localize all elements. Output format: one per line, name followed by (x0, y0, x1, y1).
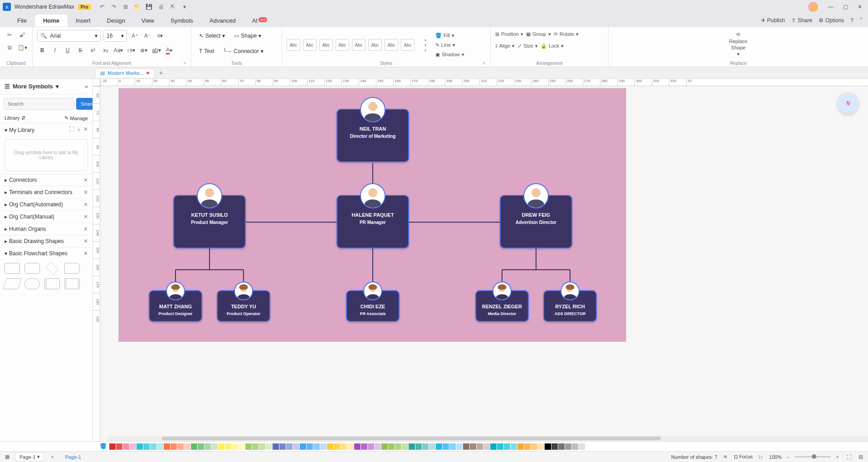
group-button[interactable]: ▦Group▾ (526, 30, 551, 38)
color-swatch[interactable] (341, 443, 347, 450)
minimize-icon[interactable]: — (825, 1, 836, 12)
color-swatch[interactable] (545, 443, 551, 450)
qat-more-icon[interactable]: ▾ (181, 3, 188, 10)
lib-section-mylibrary[interactable]: ▾My Library ⛶＋✕ (0, 123, 93, 136)
org-node[interactable]: CHIDI EZE PR Associate (346, 290, 400, 322)
color-swatch[interactable] (225, 443, 231, 450)
color-swatch[interactable] (538, 443, 544, 450)
page-dropdown[interactable]: Page-1▾ (15, 452, 44, 461)
color-swatch[interactable] (313, 443, 320, 450)
lock-button[interactable]: 🔒Lock▾ (541, 42, 564, 50)
shape-rounded-rect[interactable] (24, 263, 40, 274)
gallery-more-icon[interactable]: ▾ (423, 48, 428, 53)
superscript-icon[interactable]: x² (88, 45, 98, 55)
org-node-root[interactable]: NEIL TRAN Director of Marketing (336, 109, 409, 162)
fill-button[interactable]: 🪣Fill▾ (435, 31, 464, 39)
font-launcher-icon[interactable]: ↘ (183, 60, 186, 65)
cut-icon[interactable]: ✂ (5, 30, 15, 40)
color-swatch[interactable] (531, 443, 537, 450)
open-icon[interactable]: 📁 (134, 3, 141, 10)
fit-page-icon[interactable]: ⛶ (845, 453, 853, 461)
add-page-icon[interactable]: ＋ (49, 453, 56, 461)
format-painter-icon[interactable]: 🖌 (17, 30, 27, 40)
align-button[interactable]: ⫴Align▾ (495, 42, 515, 50)
share-button[interactable]: ⇪Share (791, 17, 812, 24)
color-swatch[interactable] (368, 443, 374, 450)
font-family-select[interactable]: 🔍Arial▾ (37, 30, 101, 42)
shape-diamond[interactable] (46, 262, 59, 275)
color-swatch[interactable] (524, 443, 531, 450)
lib-section[interactable]: ▸Org Chart(Automated)✕ (0, 199, 93, 210)
color-swatch[interactable] (517, 443, 524, 450)
color-swatch[interactable] (239, 443, 245, 450)
color-swatch[interactable] (130, 443, 136, 450)
zoom-out-icon[interactable]: − (785, 453, 792, 461)
color-swatch[interactable] (273, 443, 279, 450)
menu-file[interactable]: File (9, 15, 35, 27)
org-node[interactable]: RENZEL ZIEGER Media Director (475, 290, 529, 322)
add-icon[interactable]: ＋ (76, 126, 82, 134)
lib-section[interactable]: ▸Connectors✕ (0, 174, 93, 186)
color-swatch[interactable] (388, 443, 395, 450)
color-swatch[interactable] (137, 443, 143, 450)
collapse-ribbon-icon[interactable]: ˄ (860, 17, 863, 24)
connector-tool[interactable]: ╰→Connector▾ (220, 45, 266, 57)
user-avatar[interactable] (808, 2, 818, 12)
search-input[interactable] (4, 98, 74, 110)
color-swatch[interactable] (232, 443, 238, 450)
bullets-icon[interactable]: ≣▾ (139, 45, 149, 55)
style-swatch[interactable]: Abc (303, 39, 317, 51)
color-swatch[interactable] (443, 443, 449, 450)
copy-icon[interactable]: ⧉ (5, 43, 15, 53)
color-swatch[interactable] (327, 443, 333, 450)
color-swatch[interactable] (334, 443, 340, 450)
focus-button[interactable]: ⊡ Focus (734, 454, 753, 460)
color-swatch[interactable] (191, 443, 197, 450)
add-tab-icon[interactable]: ＋ (158, 69, 164, 77)
color-swatch[interactable] (347, 443, 354, 450)
remove-icon[interactable]: ✕ (83, 126, 88, 134)
color-swatch[interactable] (395, 443, 401, 450)
color-swatch[interactable] (116, 443, 122, 450)
page-tab[interactable]: Page-1 (60, 453, 85, 461)
zoom-in-icon[interactable]: ＋ (834, 453, 841, 461)
scrollbar-horizontal[interactable] (107, 436, 868, 441)
replace-shape-button[interactable]: ⟲ Replace Shape ▾ (727, 30, 749, 59)
color-swatch[interactable] (402, 443, 408, 450)
color-swatch[interactable] (558, 443, 565, 450)
maximize-icon[interactable]: ▢ (840, 1, 851, 12)
position-button[interactable]: ⊞Position▾ (495, 30, 523, 38)
export-icon[interactable]: ⇱ (169, 3, 176, 10)
canvas[interactable]: NEIL TRAN Director of Marketing KETUT SU… (100, 86, 868, 441)
font-color-icon[interactable]: A▾ (164, 45, 174, 55)
color-swatch[interactable] (422, 443, 429, 450)
color-swatch[interactable] (436, 443, 442, 450)
color-swatch[interactable] (429, 443, 435, 450)
expand-icon[interactable]: ⛶ (69, 126, 74, 134)
remove-icon[interactable]: ✕ (83, 226, 88, 232)
gallery-up-icon[interactable]: ▴ (423, 37, 428, 42)
color-swatch[interactable] (354, 443, 361, 450)
style-swatch[interactable]: Abc (336, 39, 349, 51)
color-swatch[interactable] (565, 443, 571, 450)
bold-icon[interactable]: B (37, 45, 47, 55)
color-swatch[interactable] (415, 443, 422, 450)
publish-button[interactable]: ✈Publish (761, 17, 785, 24)
style-swatch[interactable]: Abc (385, 39, 398, 51)
color-swatch[interactable] (198, 443, 204, 450)
shape-parallelogram[interactable] (3, 278, 22, 289)
color-swatch[interactable] (211, 443, 218, 450)
undo-icon[interactable]: ↶ (98, 3, 106, 10)
lib-section[interactable]: ▸Org Chart(Manual)✕ (0, 211, 93, 223)
color-swatch[interactable] (504, 443, 510, 450)
style-swatch[interactable]: Abc (401, 39, 414, 51)
search-button[interactable]: Search (76, 98, 93, 110)
shape-document[interactable] (64, 263, 80, 274)
paste-icon[interactable]: 📋▾ (17, 43, 27, 53)
page-list-icon[interactable]: ▦ (4, 453, 11, 461)
case-icon[interactable]: Aa▾ (113, 45, 123, 55)
org-node[interactable]: HALENE PAQUET PR Manager (336, 195, 409, 248)
color-swatch[interactable] (477, 443, 483, 450)
line-spacing-icon[interactable]: ↕≡▾ (126, 45, 136, 55)
color-swatch[interactable] (307, 443, 313, 450)
